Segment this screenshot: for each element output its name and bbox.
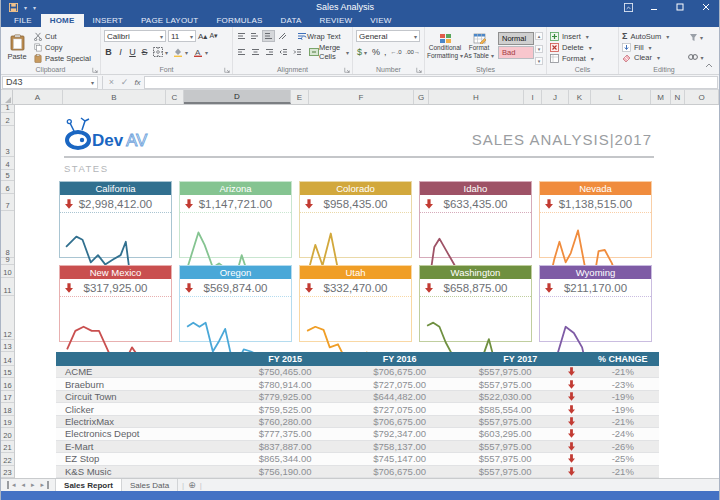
row-header-22[interactable]: 22 xyxy=(1,453,14,465)
number-dialog-launcher-icon[interactable] xyxy=(416,67,422,73)
font-size-select[interactable]: 11▾ xyxy=(168,30,196,42)
clipboard-dialog-launcher-icon[interactable] xyxy=(92,67,98,73)
increase-indent-icon[interactable] xyxy=(292,46,303,58)
column-header-g[interactable]: G xyxy=(414,90,429,104)
state-card-header[interactable]: Utah xyxy=(300,266,411,279)
align-top-icon[interactable] xyxy=(236,30,247,42)
save-icon[interactable] xyxy=(9,3,18,12)
state-card-header[interactable]: New Mexico xyxy=(60,266,171,279)
row-header-19[interactable]: 19 xyxy=(1,416,14,428)
paste-special-button[interactable]: Paste Special xyxy=(34,53,91,63)
row-header-21[interactable]: 21 xyxy=(1,441,14,453)
find-select-button[interactable]: ▾ xyxy=(687,51,704,63)
style-normal[interactable]: Normal xyxy=(498,32,534,45)
state-card-header[interactable]: Washington xyxy=(420,266,531,279)
table-row[interactable]: Braeburn$780,914.00$727,075.00$557,975.0… xyxy=(56,378,659,390)
row-header-16[interactable]: 16 xyxy=(1,378,14,390)
row-header-5[interactable]: 5 xyxy=(1,170,14,181)
state-card-header[interactable]: California xyxy=(60,182,171,195)
increase-font-size-icon[interactable]: A▴ xyxy=(198,32,207,41)
minimize-icon[interactable] xyxy=(641,0,667,14)
align-right-icon[interactable] xyxy=(264,46,275,58)
decrease-font-size-icon[interactable]: A▾ xyxy=(209,32,218,40)
qat-customize-icon[interactable]: ▾ xyxy=(33,4,36,11)
row-header-8[interactable]: 8 xyxy=(1,211,14,258)
align-middle-icon[interactable] xyxy=(249,30,260,42)
ribbon-display-options-icon[interactable] xyxy=(615,0,641,14)
autosum-button[interactable]: Σ AutoSum▾ xyxy=(622,31,685,42)
formula-input[interactable] xyxy=(144,76,718,89)
undo-dropdown-icon[interactable]: ▾ xyxy=(24,4,27,11)
orientation-icon[interactable] xyxy=(277,30,288,42)
table-row[interactable]: K&S Music$756,190.00$706,675.00$557,975.… xyxy=(56,466,659,478)
column-header-k[interactable]: K xyxy=(569,90,591,104)
row-header-9[interactable]: 9 xyxy=(1,258,14,265)
strikethrough-button[interactable]: S xyxy=(140,47,149,57)
insert-cells-button[interactable]: Insert▾ xyxy=(550,31,616,42)
state-card-header[interactable]: Wyoming xyxy=(540,266,651,279)
maximize-icon[interactable] xyxy=(667,0,693,14)
row-header-7[interactable]: 7 xyxy=(1,194,14,211)
column-header-n[interactable]: N xyxy=(671,90,685,104)
delete-cells-button[interactable]: Delete▾ xyxy=(550,42,616,53)
close-icon[interactable] xyxy=(693,0,719,14)
column-header-e[interactable]: E xyxy=(291,90,309,104)
font-dialog-launcher-icon[interactable] xyxy=(224,67,230,73)
collapse-ribbon-icon[interactable] xyxy=(705,54,713,72)
name-box[interactable]: D43▾ xyxy=(2,76,98,89)
align-center-icon[interactable] xyxy=(250,46,261,58)
borders-button[interactable]: ▾ xyxy=(152,46,169,58)
state-card-header[interactable]: Nevada xyxy=(540,182,651,195)
row-header-4[interactable]: 4 xyxy=(1,157,14,170)
column-header-d[interactable]: D xyxy=(184,90,291,104)
table-row[interactable]: Electronics Depot$777,375.00$792,347.00$… xyxy=(56,428,659,440)
table-row[interactable]: EZ Stop$865,344.00$745,147.00$557,975.00… xyxy=(56,453,659,465)
font-color-button[interactable]: A▾ xyxy=(192,46,209,58)
last-sheet-icon[interactable]: ▸ xyxy=(38,481,50,489)
first-sheet-icon[interactable]: ◂ xyxy=(7,481,19,489)
decrease-decimal-icon[interactable]: .00→ xyxy=(406,49,420,55)
new-sheet-icon[interactable]: ⊕ xyxy=(184,480,200,490)
gallery-down-icon[interactable]: ▾ xyxy=(535,45,543,53)
decrease-indent-icon[interactable] xyxy=(278,46,289,58)
conditional-formatting-button[interactable]: Conditional Formatting▾ xyxy=(428,29,462,65)
accounting-format-button[interactable]: $▾ xyxy=(356,46,368,58)
row-header-15[interactable]: 15 xyxy=(1,366,14,378)
row-header-3[interactable]: 3 xyxy=(1,126,14,157)
row-header-14[interactable]: 14 xyxy=(1,352,14,366)
ribbon-tab-file[interactable]: FILE xyxy=(5,14,41,27)
ribbon-tab-formulas[interactable]: FORMULAS xyxy=(207,14,271,27)
increase-decimal-icon[interactable]: ←.0 xyxy=(391,49,402,55)
style-bad[interactable]: Bad xyxy=(498,46,534,59)
row-header-10[interactable]: 10 xyxy=(1,265,14,278)
row-header-17[interactable]: 17 xyxy=(1,391,14,403)
copy-button[interactable]: Copy xyxy=(34,42,91,52)
table-row[interactable]: Clicker$759,525.00$727,075.00$585,554.00… xyxy=(56,403,659,415)
font-family-select[interactable]: Calibri▾ xyxy=(104,30,166,42)
wrap-text-button[interactable]: Wrap Text xyxy=(296,30,342,42)
worksheet-canvas[interactable]: Dev AV SALES ANALYSIS|2017 STATES Califo… xyxy=(15,105,719,478)
column-header-l[interactable]: L xyxy=(591,90,651,104)
cut-button[interactable]: Cut xyxy=(34,31,91,41)
column-header-f[interactable]: F xyxy=(309,90,414,104)
cancel-icon[interactable]: × xyxy=(105,77,118,87)
column-header-a[interactable]: A xyxy=(13,90,63,104)
paste-button[interactable]: Paste xyxy=(4,29,30,65)
ribbon-tab-data[interactable]: DATA xyxy=(271,14,310,27)
sort-filter-button[interactable]: ▾ xyxy=(688,31,704,43)
clear-button[interactable]: Clear▾ xyxy=(622,52,685,63)
select-all-corner[interactable] xyxy=(1,90,13,104)
ribbon-tab-review[interactable]: REVIEW xyxy=(310,14,361,27)
column-header-o[interactable]: O xyxy=(685,90,719,104)
column-header-c[interactable]: C xyxy=(166,90,184,104)
row-header-23[interactable]: 23 xyxy=(1,466,14,478)
comma-style-button[interactable]: , xyxy=(384,47,387,57)
fill-button[interactable]: Fill▾ xyxy=(622,42,685,53)
format-cells-button[interactable]: Format▾ xyxy=(550,53,616,64)
next-sheet-icon[interactable]: ▸ xyxy=(28,481,38,489)
column-header-i[interactable]: I xyxy=(524,90,542,104)
row-header-1[interactable]: 1 xyxy=(1,105,14,113)
previous-sheet-icon[interactable]: ◂ xyxy=(19,481,29,489)
state-card-header[interactable]: Colorado xyxy=(300,182,411,195)
row-header-11[interactable]: 11 xyxy=(1,278,14,296)
